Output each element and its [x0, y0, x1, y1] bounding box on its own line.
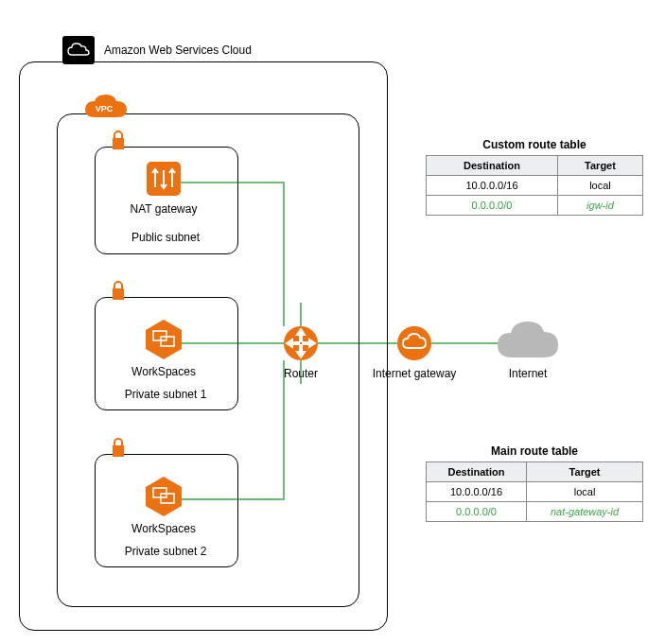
igw-label: Internet gateway [373, 367, 457, 380]
table-row: 10.0.0.0/16 local [427, 482, 643, 502]
svg-text:VPC: VPC [96, 104, 114, 113]
private-subnet-2-label: Private subnet 2 [125, 545, 207, 558]
router-label: Router [284, 367, 318, 380]
workspaces-2-label: WorkSpaces [131, 522, 196, 535]
nat-gateway-icon [146, 161, 182, 197]
internet-gateway-icon [396, 325, 432, 361]
rt-cell-dest: 0.0.0.0/0 [427, 196, 558, 216]
rt-cell-target: igw-id [557, 196, 642, 216]
rt-cell-dest: 10.0.0.0/16 [427, 482, 527, 502]
rt-header-dest: Destination [427, 156, 558, 176]
nat-gateway-label: NAT gateway [131, 202, 198, 216]
rt-cell-dest: 10.0.0.0/16 [427, 176, 558, 196]
main-route-table-title: Main route table [435, 444, 634, 458]
rt-cell-dest: 0.0.0.0/0 [427, 502, 527, 522]
workspaces-icon [144, 475, 184, 518]
table-row: 10.0.0.0/16 local [427, 176, 643, 196]
svg-marker-14 [146, 477, 182, 516]
table-row: 0.0.0.0/0 igw-id [427, 196, 643, 216]
svg-rect-5 [62, 36, 95, 64]
table-row: 0.0.0.0/0 nat-gateway-id [427, 502, 643, 522]
workspaces-1-label: WorkSpaces [131, 365, 196, 378]
private-subnet-1-label: Private subnet 1 [125, 388, 207, 401]
rt-cell-target: nat-gateway-id [527, 502, 643, 522]
aws-cloud-icon [62, 36, 95, 64]
internet-cloud-icon [494, 320, 562, 363]
vpc-icon: VPC [81, 93, 127, 123]
aws-cloud-label: Amazon Web Services Cloud [104, 44, 252, 57]
router-icon [283, 325, 319, 361]
rt-cell-target: local [527, 482, 643, 502]
lock-icon [109, 129, 128, 151]
rt-header-dest: Destination [427, 462, 527, 482]
custom-route-table: Destination Target 10.0.0.0/16 local 0.0… [426, 155, 643, 216]
main-route-table: Destination Target 10.0.0.0/16 local 0.0… [426, 461, 643, 522]
workspaces-icon [144, 318, 184, 361]
lock-icon [109, 436, 128, 459]
rt-cell-target: local [557, 176, 642, 196]
rt-header-target: Target [527, 462, 643, 482]
architecture-diagram: Amazon Web Services Cloud VPC NAT gatewa… [0, 0, 665, 644]
lock-icon [109, 279, 128, 302]
custom-route-table-title: Custom route table [435, 138, 634, 151]
internet-label: Internet [509, 367, 548, 380]
public-subnet-label: Public subnet [131, 231, 200, 244]
rt-header-target: Target [557, 156, 642, 176]
svg-marker-11 [146, 320, 182, 359]
